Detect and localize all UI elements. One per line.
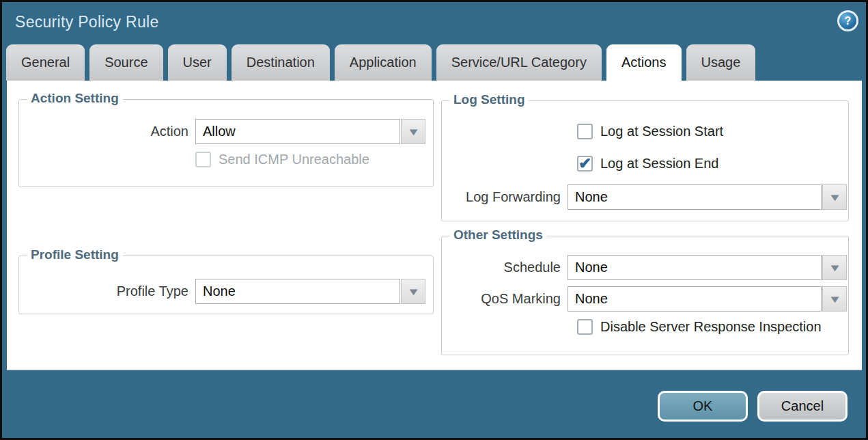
action-label: Action [19,119,188,144]
tab-user[interactable]: User [168,44,227,81]
disable-server-response-inspection-label: Disable Server Response Inspection [600,319,822,335]
schedule-dropdown[interactable]: None ▼ [568,255,847,280]
tab-general[interactable]: General [6,44,85,81]
action-dropdown[interactable]: Allow ▼ [195,119,425,144]
tab-source[interactable]: Source [89,44,163,81]
chevron-down-icon: ▼ [828,192,841,202]
qos-marking-dropdown-button[interactable]: ▼ [822,286,847,312]
section-other-settings: Other Settings Schedule None ▼ QoS Marki… [441,236,849,355]
section-action-setting: Action Setting Action Allow ▼ ✔ Send ICM… [18,99,434,187]
send-icmp-unreachable-label: Send ICMP Unreachable [219,152,369,167]
chevron-down-icon: ▼ [828,294,841,304]
profile-type-dropdown-value[interactable]: None [195,279,400,304]
chevron-down-icon: ▼ [406,286,420,297]
tab-actions[interactable]: Actions [606,44,682,81]
schedule-label: Schedule [442,255,561,280]
section-log-setting: Log Setting ✔ Log at Session Start ✔ Log… [441,100,849,221]
tab-application[interactable]: Application [335,44,432,81]
help-button[interactable]: ? [837,10,858,31]
qos-marking-dropdown[interactable]: None ▼ [568,286,847,312]
help-icon: ? [839,12,856,29]
profile-type-label: Profile Type [19,279,188,304]
security-policy-rule-dialog: Security Policy Rule ? General Source Us… [0,0,868,440]
log-at-session-start-label: Log at Session Start [600,124,723,139]
other-settings-legend: Other Settings [449,228,547,243]
qos-marking-label: QoS Marking [442,286,561,312]
log-forwarding-dropdown-value[interactable]: None [568,184,822,210]
actions-tab-panel: Action Setting Action Allow ▼ ✔ Send ICM… [7,81,862,370]
log-forwarding-label: Log Forwarding [442,184,561,210]
check-icon: ✔ [578,154,591,173]
action-dropdown-value[interactable]: Allow [195,119,400,144]
log-forwarding-dropdown[interactable]: None ▼ [568,184,847,210]
tab-destination[interactable]: Destination [232,44,330,81]
log-at-session-start-checkbox[interactable]: ✔ [577,124,593,139]
schedule-dropdown-button[interactable]: ▼ [822,255,847,280]
ok-button[interactable]: OK [658,391,748,422]
cancel-button[interactable]: Cancel [757,391,848,422]
dialog-title: Security Policy Rule [15,13,159,31]
disable-server-response-inspection-checkbox[interactable]: ✔ [577,319,593,335]
section-profile-setting: Profile Setting Profile Type None ▼ [18,256,434,314]
log-at-session-end-label: Log at Session End [600,156,718,171]
log-forwarding-dropdown-button[interactable]: ▼ [822,184,847,210]
schedule-dropdown-value[interactable]: None [568,255,822,280]
tab-service-url-category[interactable]: Service/URL Category [436,44,602,81]
tab-usage[interactable]: Usage [686,44,756,81]
profile-setting-legend: Profile Setting [27,247,123,262]
log-at-session-end-checkbox[interactable]: ✔ [577,156,593,171]
tab-bar: General Source User Destination Applicat… [6,44,755,81]
send-icmp-unreachable-checkbox: ✔ [195,152,211,167]
action-setting-legend: Action Setting [27,91,123,106]
log-setting-legend: Log Setting [449,92,529,107]
profile-type-dropdown[interactable]: None ▼ [195,279,425,304]
action-dropdown-button[interactable]: ▼ [401,119,425,144]
profile-type-dropdown-button[interactable]: ▼ [401,279,425,304]
qos-marking-dropdown-value[interactable]: None [568,286,822,312]
chevron-down-icon: ▼ [828,262,841,273]
chevron-down-icon: ▼ [406,126,420,137]
